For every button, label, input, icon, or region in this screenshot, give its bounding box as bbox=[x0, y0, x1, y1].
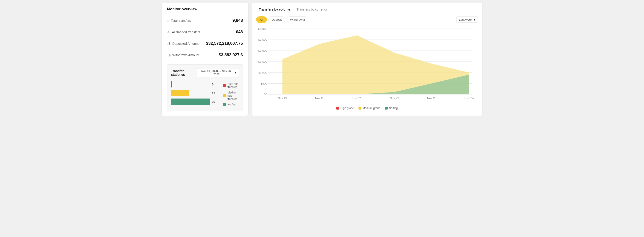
monitor-title: Monitor overview bbox=[167, 7, 243, 11]
stat-row: ↑$ Withdrawn Amount $3,882,927.6 bbox=[167, 49, 243, 61]
right-panel: Transfers by volumeTransfers by currency… bbox=[251, 2, 483, 116]
stat-label: ↑$ Withdrawn Amount bbox=[167, 53, 199, 57]
legend-dot-yellow bbox=[223, 94, 226, 97]
tab-button[interactable]: Transfers by currency bbox=[294, 6, 330, 13]
chart-svg: $3,000 $2,500 $2,000 $1,500 $1,000 $500 … bbox=[256, 26, 478, 104]
filter-button-deposit[interactable]: Deposit bbox=[268, 16, 285, 23]
chart-legend-item: Medium grade bbox=[358, 107, 380, 110]
legend-dot-green bbox=[223, 103, 226, 106]
date-picker-button[interactable]: Nov 01, 2020 — Nov 26, 2020 ▾ bbox=[197, 68, 239, 77]
bar-green bbox=[171, 99, 210, 105]
time-select[interactable]: Last week ▾ bbox=[456, 17, 478, 23]
tabs-header: Transfers by volumeTransfers by currency bbox=[256, 6, 478, 13]
filter-buttons: AllDepositWithdrawal bbox=[256, 16, 308, 23]
bar-wrap bbox=[171, 99, 210, 105]
svg-text:Nov 22: Nov 22 bbox=[390, 97, 399, 100]
transfer-stats-box: Transfer statistics Nov 01, 2020 — Nov 2… bbox=[167, 64, 243, 111]
svg-text:$3,000: $3,000 bbox=[258, 28, 267, 31]
stats-header: Transfer statistics Nov 01, 2020 — Nov 2… bbox=[171, 68, 239, 77]
svg-text:Nov 23: Nov 23 bbox=[427, 97, 436, 100]
chevron-down-icon: ▾ bbox=[235, 71, 236, 74]
stat-row: ⚠ All flagged transfers 648 bbox=[167, 27, 243, 38]
svg-text:Nov 20: Nov 20 bbox=[315, 97, 324, 100]
svg-text:$1,000: $1,000 bbox=[258, 71, 267, 74]
date-range-label: Nov 01, 2020 — Nov 26, 2020 bbox=[199, 70, 234, 76]
bar-row: 0 bbox=[171, 81, 217, 88]
stat-label: ↓$ Deposited Amount bbox=[167, 42, 198, 46]
stat-label-text: Deposited Amount bbox=[172, 42, 198, 46]
bar-label: 39 bbox=[212, 100, 217, 104]
bar-label: 0 bbox=[212, 83, 217, 86]
legend-label: High risk transfer bbox=[228, 82, 239, 89]
chart-legend: High grade Medium grade No flag bbox=[256, 107, 478, 110]
tab-button[interactable]: Transfers by volume bbox=[256, 6, 293, 13]
legend-section: High risk transfer Medium risk transfer … bbox=[221, 81, 239, 107]
filter-button-all[interactable]: All bbox=[256, 16, 267, 23]
bar-yellow bbox=[171, 90, 189, 96]
chart-legend-dot-red bbox=[336, 107, 339, 110]
stats-content: 0 17 39 High risk transfer Medium risk t… bbox=[171, 81, 239, 107]
chart-area: $3,000 $2,500 $2,000 $1,500 $1,000 $500 … bbox=[256, 26, 478, 104]
svg-text:$2,000: $2,000 bbox=[258, 49, 267, 52]
legend-label: Medium risk transfer bbox=[228, 91, 239, 101]
bar-row: 17 bbox=[171, 90, 217, 96]
bar-wrap bbox=[171, 81, 210, 88]
chevron-down-icon: ▾ bbox=[474, 18, 475, 21]
stat-icon: ↑$ bbox=[167, 53, 170, 57]
legend-item: Medium risk transfer bbox=[223, 91, 239, 101]
legend-dot-red bbox=[223, 84, 226, 87]
stat-value: 9,648 bbox=[232, 18, 243, 23]
chart-legend-label: High grade bbox=[340, 107, 354, 110]
bar-label: 17 bbox=[212, 91, 217, 95]
stat-value: 648 bbox=[236, 30, 243, 35]
time-select-label: Last week bbox=[459, 18, 472, 21]
svg-text:$1,500: $1,500 bbox=[258, 60, 267, 63]
stat-row: ↓$ Deposited Amount $32,572,219,007.75 bbox=[167, 38, 243, 49]
stat-label: ≡ Total transfers bbox=[167, 19, 191, 23]
bar-red bbox=[171, 81, 172, 88]
stat-label-text: Total transfers bbox=[171, 19, 191, 23]
chart-legend-item: No flag bbox=[385, 107, 398, 110]
stat-label-text: Withdrawn Amount bbox=[172, 53, 200, 57]
svg-text:$2,500: $2,500 bbox=[258, 38, 267, 41]
chart-legend-dot-yellow bbox=[358, 107, 361, 110]
stat-value: $32,572,219,007.75 bbox=[206, 41, 243, 46]
chart-controls: AllDepositWithdrawal Last week ▾ bbox=[256, 16, 478, 23]
svg-text:Nov 19: Nov 19 bbox=[278, 97, 287, 100]
stat-label: ⚠ All flagged transfers bbox=[167, 30, 200, 34]
svg-text:Nov 21: Nov 21 bbox=[352, 97, 362, 100]
bar-row: 39 bbox=[171, 99, 217, 105]
bars-section: 0 17 39 bbox=[171, 81, 217, 107]
stat-icon: ≡ bbox=[167, 19, 169, 23]
stat-row: ≡ Total transfers 9,648 bbox=[167, 15, 243, 27]
chart-legend-label: Medium grade bbox=[362, 107, 380, 110]
legend-item: No flag bbox=[223, 103, 239, 106]
stat-icon: ⚠ bbox=[167, 30, 170, 34]
chart-legend-label: No flag bbox=[389, 107, 398, 110]
stat-value: $3,882,927.6 bbox=[219, 53, 243, 57]
svg-text:Nov 24: Nov 24 bbox=[464, 97, 474, 100]
chart-legend-dot-green bbox=[385, 107, 388, 110]
svg-text:$500: $500 bbox=[261, 82, 268, 85]
legend-item: High risk transfer bbox=[223, 82, 239, 89]
stats-title: Transfer statistics bbox=[171, 69, 197, 77]
bar-wrap bbox=[171, 90, 210, 96]
filter-button-withdrawal[interactable]: Withdrawal bbox=[287, 16, 308, 23]
chart-legend-item: High grade bbox=[336, 107, 354, 110]
legend-label: No flag bbox=[228, 103, 236, 106]
stat-icon: ↓$ bbox=[167, 42, 170, 46]
left-panel: Monitor overview ≡ Total transfers 9,648… bbox=[161, 2, 248, 116]
stat-label-text: All flagged transfers bbox=[172, 30, 200, 34]
svg-text:$0: $0 bbox=[264, 93, 267, 96]
